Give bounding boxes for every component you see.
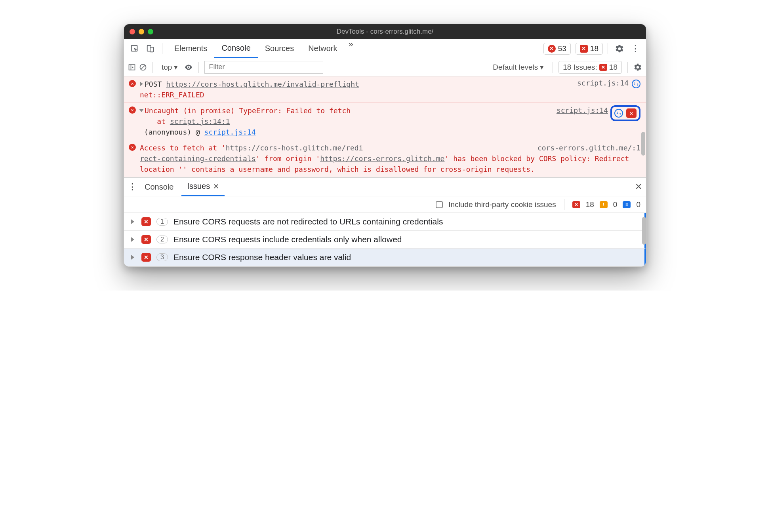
issue-row[interactable]: ✕ 1 Ensure CORS requests are not redirec… (124, 213, 646, 231)
source-link[interactable]: script.js:14 (552, 105, 608, 114)
request-method: POST (145, 80, 162, 88)
context-selector[interactable]: top ▾ (158, 63, 181, 72)
issue-row[interactable]: ✕ 2 Ensure CORS requests include credent… (124, 231, 646, 249)
issues-count: 18 (609, 63, 618, 72)
expand-icon[interactable] (131, 255, 134, 260)
cors-text-2: ' from origin ' (256, 154, 320, 163)
error-text: Uncaught (in promise) TypeError: Failed … (145, 106, 351, 115)
drawer-tab-issues-label: Issues (187, 182, 210, 191)
filter-input[interactable] (204, 61, 323, 74)
issues-filter-button[interactable]: 18 Issues: ✕ 18 (558, 61, 622, 74)
clear-console-icon[interactable] (139, 63, 147, 71)
stack-location[interactable]: script.js:14:1 (170, 117, 230, 125)
issue-warning-icon: ! (600, 201, 608, 208)
svg-line-6 (141, 65, 145, 69)
separator (553, 62, 553, 73)
titlebar: DevTools - cors-errors.glitch.me/ (124, 24, 646, 39)
issues-count-badge[interactable]: ✕ 18 (576, 43, 603, 55)
cors-url-1b[interactable]: rect-containing-credentials (140, 154, 256, 163)
issue-error-count: 18 (586, 200, 594, 209)
settings-icon[interactable] (613, 42, 626, 55)
drawer-kebab-icon[interactable]: ⋮ (128, 182, 137, 192)
main-toolbar: Elements Console Sources Network » ✕ 53 … (124, 39, 646, 58)
issue-icon: ✕ (141, 217, 151, 226)
console-toolbar: top ▾ Default levels ▾ 18 Issues: ✕ 18 (124, 58, 646, 76)
maximize-window-button[interactable] (148, 29, 153, 34)
close-tab-icon[interactable]: ✕ (213, 182, 219, 191)
source-link[interactable]: script.js:14 (572, 79, 629, 100)
issue-info-icon: ≡ (623, 201, 631, 208)
cors-url-2[interactable]: https://cors-errors.glitch.me (320, 154, 444, 163)
drawer-tab-issues[interactable]: Issues ✕ (181, 177, 225, 196)
issue-icon: ✕ (141, 253, 151, 262)
error-icon: ✕ (129, 106, 136, 114)
scrollbar-thumb[interactable] (641, 132, 645, 156)
separator (564, 199, 564, 210)
separator (627, 62, 628, 73)
error-icon: ✕ (129, 80, 136, 87)
issue-icon: ✕ (141, 235, 151, 244)
inspect-icon[interactable] (128, 42, 141, 55)
issue-icon: ✕ (580, 45, 588, 53)
device-toggle-icon[interactable] (144, 42, 157, 55)
tab-network[interactable]: Network (301, 39, 344, 58)
include-third-party-label: Include third-party cookie issues (448, 200, 556, 209)
svg-rect-3 (129, 65, 135, 70)
more-tabs-button[interactable]: » (345, 39, 357, 58)
error-count-badge[interactable]: ✕ 53 (543, 43, 571, 55)
context-label: top (162, 63, 172, 72)
issue-info-count: 0 (636, 200, 640, 209)
issue-icon: ✕ (599, 64, 607, 71)
live-expression-icon[interactable] (184, 63, 193, 72)
window-title: DevTools - cors-errors.glitch.me/ (124, 28, 646, 36)
svg-point-7 (188, 66, 190, 68)
log-levels-selector[interactable]: Default levels ▾ (490, 63, 547, 72)
issue-count-pill: 2 (156, 236, 168, 243)
issue-row[interactable]: ✕ 3 Ensure CORS response header values a… (124, 249, 646, 266)
expand-icon[interactable] (131, 237, 134, 242)
levels-label: Default levels (493, 63, 538, 72)
scrollbar-thumb[interactable] (642, 217, 646, 245)
tab-sources[interactable]: Sources (258, 39, 301, 58)
tab-elements[interactable]: Elements (167, 39, 214, 58)
include-third-party-checkbox[interactable] (436, 201, 443, 208)
error-icon: ✕ (129, 144, 136, 151)
drawer-tab-console[interactable]: Console (139, 177, 179, 196)
issue-icon[interactable]: ✕ (626, 108, 637, 118)
error-status: net::ERR_FAILED (140, 91, 204, 99)
cors-url-1a[interactable]: https://cors-host.glitch.me/redi (226, 144, 363, 152)
kebab-menu-icon[interactable]: ⋮ (629, 42, 642, 55)
close-window-button[interactable] (130, 29, 135, 34)
separator (198, 62, 199, 73)
svg-rect-2 (150, 47, 153, 52)
drawer-close-icon[interactable]: ✕ (635, 182, 642, 192)
console-settings-icon[interactable] (633, 63, 642, 72)
drawer-tab-console-label: Console (145, 182, 173, 192)
console-messages: ✕ POST https://cors-host.glitch.me/inval… (124, 76, 646, 177)
source-link[interactable]: cors-errors.glitch.me/:1 (533, 142, 640, 153)
console-error-row[interactable]: ✕ POST https://cors-host.glitch.me/inval… (124, 76, 646, 103)
sidebar-toggle-icon[interactable] (128, 63, 136, 71)
chevron-down-icon: ▾ (540, 63, 544, 72)
issue-count-pill: 3 (156, 253, 168, 261)
issue-count-pill: 1 (156, 218, 168, 226)
issue-title: Ensure CORS response header values are v… (173, 253, 351, 262)
console-error-row[interactable]: ✕ Uncaught (in promise) TypeError: Faile… (124, 103, 646, 140)
stack-anonymous: (anonymous) @ (144, 128, 200, 136)
tab-console[interactable]: Console (214, 39, 257, 58)
issue-title: Ensure CORS requests include credentials… (173, 235, 402, 244)
separator (162, 43, 162, 54)
network-icon[interactable] (614, 109, 623, 118)
collapse-icon[interactable] (139, 109, 144, 112)
separator (152, 62, 153, 73)
console-error-row[interactable]: ✕ cors-errors.glitch.me/:1 Access to fet… (124, 140, 646, 177)
request-url[interactable]: https://cors-host.glitch.me/invalid-pref… (166, 80, 359, 88)
stack-link[interactable]: script.js:14 (204, 128, 256, 136)
cors-text-1: Access to fetch at ' (140, 144, 226, 152)
panel-tabs: Elements Console Sources Network » (167, 39, 357, 58)
expand-icon[interactable] (131, 219, 134, 224)
expand-icon[interactable] (140, 82, 143, 86)
minimize-window-button[interactable] (139, 29, 144, 34)
network-icon[interactable] (632, 80, 640, 88)
stack-at: at (157, 117, 170, 125)
